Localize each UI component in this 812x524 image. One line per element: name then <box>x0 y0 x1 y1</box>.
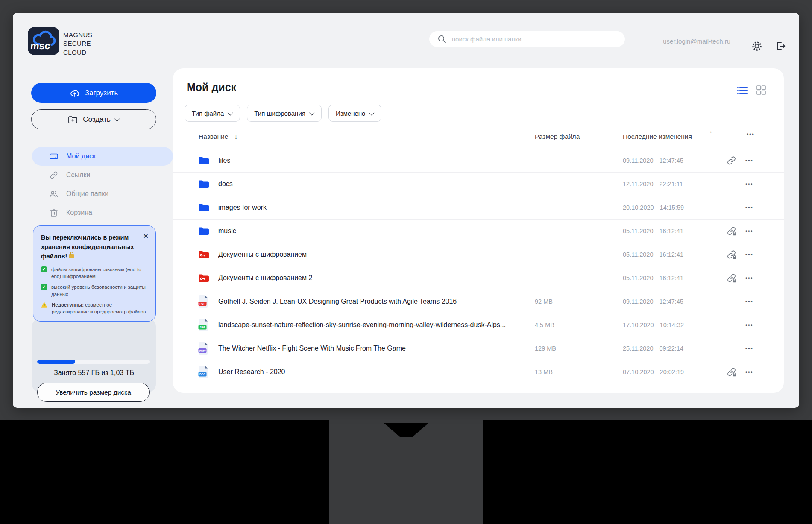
sidebar-item-shared-folders[interactable]: Общие папки <box>32 184 173 203</box>
file-size: 129 MB <box>535 345 556 352</box>
chevron-down-icon <box>309 110 315 115</box>
chain-shape <box>727 226 736 236</box>
settings-button[interactable] <box>751 40 763 52</box>
column-header-size[interactable]: Размер файла <box>535 133 580 141</box>
folder-icon <box>198 226 209 236</box>
search-input[interactable] <box>451 35 625 43</box>
modified-time: 16:12:41 <box>660 228 683 234</box>
folder-plus-icon <box>68 115 78 124</box>
modified-time: 20:02:19 <box>660 369 684 375</box>
table-row[interactable]: music05.11.202016:12:41 ••• <box>173 219 784 243</box>
table-row[interactable]: WMVThe Witcher Netflix - Fight Scene Wit… <box>173 337 784 360</box>
row-menu-button[interactable]: ••• <box>745 322 753 328</box>
sidebar-item-trash[interactable]: Корзина <box>32 203 173 222</box>
table-row[interactable]: PDFGothelf J. Seiden J. Lean-UX Designin… <box>173 290 784 313</box>
grid-view-icon <box>756 85 766 95</box>
row-menu-button[interactable]: ••• <box>745 275 753 281</box>
file-name: The Witcher Netflix - Fight Scene With M… <box>218 345 406 352</box>
modified-date: 20.10.2020 <box>623 204 654 211</box>
modified-time: 22:21:11 <box>660 181 683 187</box>
search-icon <box>438 35 446 43</box>
row-menu-button[interactable]: ••• <box>745 181 753 187</box>
file-wmv-icon: WMV <box>198 342 209 355</box>
table-row[interactable]: docs12.11.202022:21:11••• <box>173 172 784 196</box>
grid-view-button[interactable] <box>756 85 767 96</box>
column-header-modified[interactable]: Последние изменения <box>623 133 692 141</box>
folder-key-shape <box>198 273 209 283</box>
row-menu-button[interactable]: ••• <box>745 228 753 234</box>
modified-time: 12:47:45 <box>660 157 683 164</box>
modified-cell: 09.11.202012:47:45 <box>623 157 683 164</box>
sidebar-item-label: Корзина <box>66 209 92 217</box>
shared-link-lock-icon[interactable] <box>727 273 736 283</box>
notice-item-text: высокий уровень безопасности и защиты да… <box>51 284 149 297</box>
notice-items: ✓файлы зашифрованы сквозным (end-to-end)… <box>41 266 149 315</box>
document-shape: JPG <box>198 318 209 332</box>
table-row[interactable]: JPGlandscape-sunset-nature-reflection-sk… <box>173 313 784 337</box>
svg-text:msc: msc <box>30 40 51 51</box>
column-header-name[interactable]: Название ↓ <box>199 133 237 141</box>
close-icon[interactable]: ✕ <box>142 233 150 240</box>
table-row[interactable]: images for work20.10.202014:15:59••• <box>173 196 784 219</box>
brand-line: CLOUD <box>63 48 92 57</box>
search-bar[interactable] <box>429 31 625 47</box>
file-name: Документы с шифрованием <box>218 251 307 258</box>
row-menu-button[interactable]: ••• <box>745 158 753 164</box>
modified-time: 16:12:41 <box>660 275 683 281</box>
chain-shape <box>727 155 736 166</box>
brand-line: SECURE <box>63 39 92 48</box>
list-view-button[interactable] <box>737 85 748 96</box>
table-row[interactable]: Документы с шифрованием05.11.202016:12:4… <box>173 243 784 266</box>
svg-text:DOC: DOC <box>199 373 206 376</box>
modified-time: 14:15:59 <box>660 204 684 211</box>
chevron-down-icon <box>114 116 120 122</box>
sidebar-item-label: Общие папки <box>66 190 108 198</box>
lock-icon <box>69 254 74 258</box>
modified-cell: 17.10.202010:14:32 <box>623 322 684 328</box>
trash-icon <box>49 208 59 217</box>
row-menu-button[interactable]: ••• <box>745 345 753 351</box>
table-header-menu-button[interactable]: ••• <box>747 131 755 137</box>
people-icon <box>49 189 59 199</box>
filter-chip-modified[interactable]: Изменено <box>328 105 382 122</box>
shared-link-lock-icon[interactable] <box>727 367 736 377</box>
table-row[interactable]: Документы с шифрованием 205.11.202016:12… <box>173 266 784 290</box>
app-window: msc MAGNUS SECURE CLOUD user.login@mail-… <box>13 13 799 408</box>
sidebar-item-my-disk[interactable]: Мой диск <box>32 147 173 166</box>
row-menu-button[interactable]: ••• <box>745 205 753 211</box>
expand-storage-button[interactable]: Увеличить размер диска <box>37 383 150 402</box>
upload-button[interactable]: Загрузить <box>31 83 156 103</box>
shared-link-lock-icon[interactable] <box>727 249 736 260</box>
row-menu-button[interactable]: ••• <box>745 369 753 375</box>
row-menu-button[interactable]: ••• <box>745 299 753 304</box>
sidebar-item-links[interactable]: Ссылки <box>32 166 173 184</box>
folder-shape <box>198 179 209 189</box>
user-email[interactable]: user.login@mail-tech.ru <box>641 38 730 45</box>
filter-chip-label: Изменено <box>336 110 366 117</box>
modified-cell: 25.11.202009:22:14 <box>623 345 683 352</box>
create-button[interactable]: Создать <box>31 109 156 129</box>
chain-shape <box>727 249 736 260</box>
sort-descending-icon[interactable]: ↓ <box>234 133 237 141</box>
table-row[interactable]: DOCUser Research - 202013 MB07.10.202020… <box>173 360 784 383</box>
storage-progress-track <box>37 360 150 364</box>
file-jpg-icon: JPG <box>198 318 209 332</box>
modified-date: 05.11.2020 <box>623 228 654 234</box>
file-name: Gothelf J. Seiden J. Lean-UX Designing G… <box>218 298 457 305</box>
shared-link-lock-icon[interactable] <box>727 226 736 236</box>
notice-item-text: файлы зашифрованы сквозным (end-to-end) … <box>51 266 149 280</box>
modified-date: 05.11.2020 <box>623 275 654 281</box>
table-row[interactable]: files09.11.202012:47:45 ••• <box>173 149 784 172</box>
svg-text:PDF: PDF <box>200 302 205 305</box>
row-menu-button[interactable]: ••• <box>745 252 753 258</box>
chain-shape <box>727 273 736 283</box>
app-logo: msc <box>28 27 59 55</box>
file-pdf-icon: PDF <box>198 295 209 308</box>
logout-button[interactable] <box>774 40 786 52</box>
file-name: Документы с шифрованием 2 <box>218 274 312 282</box>
filter-chip-file-type[interactable]: Тип файла <box>185 105 240 122</box>
disk-icon <box>49 152 59 161</box>
file-size: 92 MB <box>535 298 553 305</box>
shared-link-icon[interactable] <box>727 155 736 166</box>
filter-chip-encryption-type[interactable]: Тип шифрования <box>247 105 322 122</box>
